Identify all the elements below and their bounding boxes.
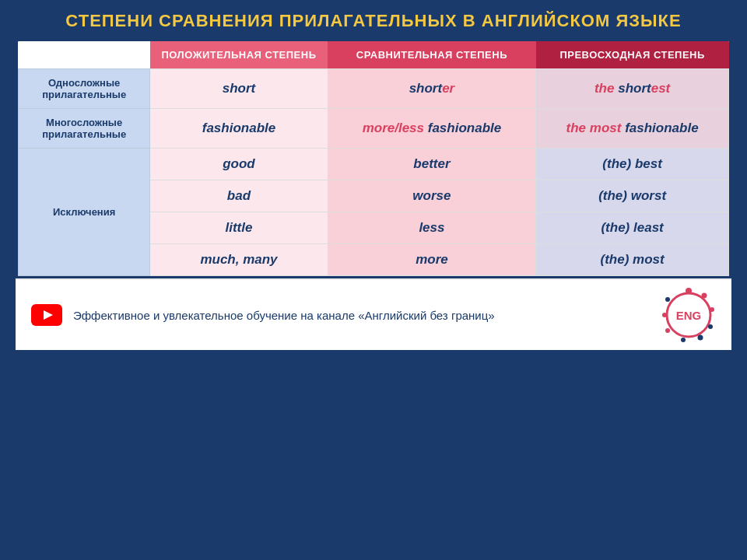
- comp-short-text: short: [409, 81, 443, 96]
- svg-point-7: [698, 335, 703, 341]
- sup-short-suffix: est: [651, 81, 671, 96]
- cell-sup-least: (the) least: [536, 212, 729, 244]
- svg-point-10: [662, 313, 667, 317]
- cell-sup-best: (the) best: [536, 149, 729, 180]
- header-positive: ПОЛОЖИТЕЛЬНАЯ СТЕПЕНЬ: [150, 41, 328, 69]
- cell-comp-shorter: shorter: [328, 69, 536, 109]
- sup-the-most: the most: [566, 121, 626, 135]
- table-row-monosyllabic: Односложные прилагательные short shorter…: [19, 69, 729, 109]
- table-row-polysyllabic: Многосложные прилагательные fashionable …: [19, 109, 729, 149]
- cell-pos-short: short: [150, 69, 328, 109]
- cell-comp-more: more: [328, 244, 536, 276]
- cell-pos-fashionable: fashionable: [150, 109, 328, 149]
- cell-sup-fashionable: the most fashionable: [536, 109, 729, 149]
- comp-fashionable-word: fashionable: [428, 121, 501, 135]
- sup-fashionable-word: fashionable: [625, 121, 698, 135]
- cell-comp-worse: worse: [328, 180, 536, 212]
- row-label-polysyllabic: Многосложные прилагательные: [19, 109, 150, 149]
- cell-comp-less: less: [328, 212, 536, 244]
- main-table: ПОЛОЖИТЕЛЬНАЯ СТЕПЕНЬ СРАВНИТЕЛЬНАЯ СТЕП…: [18, 41, 729, 276]
- svg-point-9: [665, 328, 670, 333]
- table-wrapper: ПОЛОЖИТЕЛЬНАЯ СТЕПЕНЬ СРАВНИТЕЛЬНАЯ СТЕП…: [16, 39, 731, 278]
- svg-point-3: [686, 288, 692, 294]
- sup-the-prefix: the: [594, 81, 618, 96]
- eng-logo-container: ENG: [661, 288, 716, 342]
- header-label-col: [19, 41, 150, 69]
- cell-comp-better: better: [328, 149, 536, 180]
- svg-text:ENG: ENG: [676, 309, 702, 322]
- sup-short-base: short: [618, 81, 651, 96]
- main-title: СТЕПЕНИ СРАВНЕНИЯ ПРИЛАГАТЕЛЬНЫХ В АНГЛИ…: [50, 0, 696, 39]
- table-row-exc-good: Исключения good better (the) best: [19, 149, 729, 180]
- cell-sup-shortest: the shortest: [536, 69, 729, 109]
- cell-sup-worst: (the) worst: [536, 180, 729, 212]
- cell-comp-fashionable: more/less fashionable: [328, 109, 536, 149]
- comp-short-suffix: er: [442, 81, 454, 96]
- comp-more-less: more/less: [363, 121, 428, 135]
- cell-pos-bad: bad: [150, 180, 328, 212]
- footer-text: Эффективное и увлекательное обучение на …: [73, 309, 651, 322]
- cell-pos-much: much, many: [150, 244, 328, 276]
- footer: Эффективное и увлекательное обучение на …: [16, 278, 731, 350]
- table-header-row: ПОЛОЖИТЕЛЬНАЯ СТЕПЕНЬ СРАВНИТЕЛЬНАЯ СТЕП…: [19, 41, 729, 69]
- svg-point-11: [665, 297, 670, 302]
- svg-point-4: [702, 293, 707, 299]
- header-superlative: ПРЕВОСХОДНАЯ СТЕПЕНЬ: [536, 41, 729, 69]
- svg-point-6: [708, 324, 713, 329]
- eng-logo-svg: ENG: [661, 288, 716, 342]
- row-label-exceptions: Исключения: [19, 149, 150, 276]
- youtube-icon: [31, 304, 62, 326]
- row-label-monosyllabic: Односложные прилагательные: [19, 69, 150, 109]
- svg-point-5: [710, 307, 714, 312]
- cell-pos-good: good: [150, 149, 328, 180]
- header-comparative: СРАВНИТЕЛЬНАЯ СТЕПЕНЬ: [328, 41, 536, 69]
- cell-sup-most: (the) most: [536, 244, 729, 276]
- cell-pos-little: little: [150, 212, 328, 244]
- svg-point-8: [681, 338, 686, 342]
